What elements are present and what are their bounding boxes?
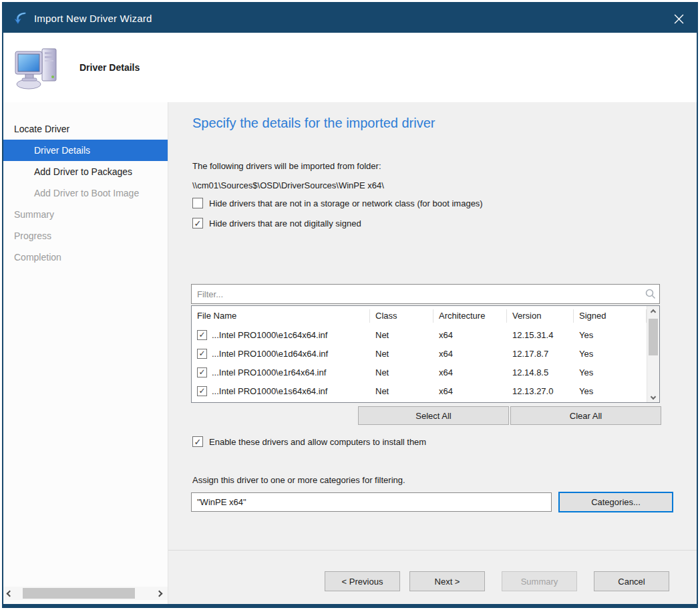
driver-table: File Name Class Architecture Version Sig… <box>191 305 660 403</box>
sidebar-item-add-driver-to-packages[interactable]: Add Driver to Packages <box>3 161 168 182</box>
column-header-file-name[interactable]: File Name <box>192 309 370 323</box>
table-row[interactable]: ...Intel PRO1000\e1r64x64.inf Net x64 12… <box>192 363 659 382</box>
scroll-left-icon[interactable] <box>3 587 15 600</box>
cell-architecture: x64 <box>433 349 507 359</box>
footer-divider <box>168 550 697 551</box>
sidebar-item-driver-details[interactable]: Driver Details <box>3 140 168 161</box>
cell-file-name: ...Intel PRO1000\e1d64x64.inf <box>212 349 328 359</box>
filter-input[interactable] <box>192 289 642 299</box>
sidebar-item-completion: Completion <box>3 247 168 268</box>
search-icon <box>642 285 659 303</box>
filter-box <box>191 284 660 304</box>
cell-class: Net <box>370 367 433 377</box>
folder-label: The following drivers will be imported f… <box>192 161 381 171</box>
cell-version: 12.13.27.0 <box>507 386 574 396</box>
cell-file-name: ...Intel PRO1000\e1r64x64.inf <box>212 367 326 377</box>
cell-file-name: ...Intel PRO1000\e1s64x64.inf <box>212 386 327 396</box>
hide-unsigned-checkbox[interactable] <box>192 218 203 228</box>
clear-all-button[interactable]: Clear All <box>510 406 661 425</box>
cell-version: 12.15.31.4 <box>507 330 574 340</box>
wizard-steps-sidebar: Locate Driver Driver Details Add Driver … <box>3 102 168 604</box>
cell-file-name: ...Intel PRO1000\e1c64x64.inf <box>212 330 327 340</box>
wizard-window: Import New Driver Wizard <box>2 2 698 608</box>
vertical-scroll-thumb[interactable] <box>649 319 658 355</box>
horizontal-scroll-thumb[interactable] <box>23 588 135 599</box>
table-row[interactable]: ...Intel PRO1000\e1s64x64.inf Net x64 12… <box>192 382 659 400</box>
scroll-up-icon[interactable] <box>647 306 659 317</box>
folder-path: \\cm01\Sources$\OSD\DriverSources\WinPE … <box>192 180 384 190</box>
row-checkbox[interactable] <box>197 386 207 396</box>
cell-class: Net <box>370 386 433 396</box>
cell-architecture: x64 <box>433 386 507 396</box>
close-icon[interactable] <box>670 10 687 27</box>
hide-storage-network-checkbox-row: Hide drivers that are not in a storage o… <box>192 198 483 208</box>
sidebar-item-summary: Summary <box>3 204 168 225</box>
column-header-architecture[interactable]: Architecture <box>433 309 507 323</box>
table-vertical-scrollbar[interactable] <box>647 306 659 402</box>
enable-drivers-checkbox[interactable] <box>192 436 203 447</box>
title-bar: Import New Driver Wizard <box>3 3 697 33</box>
window-title: Import New Driver Wizard <box>34 13 152 24</box>
cell-class: Net <box>370 349 433 359</box>
content-heading: Specify the details for the imported dri… <box>192 116 435 131</box>
previous-button[interactable]: < Previous <box>325 571 400 591</box>
sidebar-item-progress: Progress <box>3 225 168 247</box>
sidebar-item-locate-driver[interactable]: Locate Driver <box>3 118 168 140</box>
table-row[interactable]: ...Intel PRO1000\e1c64x64.inf Net x64 12… <box>192 325 659 344</box>
hide-storage-network-label: Hide drivers that are not in a storage o… <box>209 198 483 208</box>
cell-signed: Yes <box>574 367 647 377</box>
cell-signed: Yes <box>574 330 647 340</box>
row-checkbox[interactable] <box>197 330 207 340</box>
page-title: Driver Details <box>79 62 140 73</box>
row-checkbox[interactable] <box>197 349 207 359</box>
cancel-button[interactable]: Cancel <box>594 571 669 591</box>
cell-version: 12.14.8.5 <box>507 367 574 377</box>
wizard-header: Driver Details <box>3 33 697 102</box>
summary-button: Summary <box>502 571 577 591</box>
scroll-down-icon[interactable] <box>647 391 659 402</box>
column-header-version[interactable]: Version <box>507 309 574 323</box>
row-checkbox[interactable] <box>197 367 207 377</box>
column-header-signed[interactable]: Signed <box>574 309 647 323</box>
driver-table-header: File Name Class Architecture Version Sig… <box>192 306 659 325</box>
column-header-class[interactable]: Class <box>370 309 433 323</box>
cell-architecture: x64 <box>433 330 507 340</box>
select-all-button[interactable]: Select All <box>358 406 509 425</box>
sidebar-item-add-driver-to-boot-image: Add Driver to Boot Image <box>3 182 168 204</box>
next-button[interactable]: Next > <box>409 571 485 591</box>
categories-button[interactable]: Categories... <box>558 492 673 512</box>
cell-version: 12.17.8.7 <box>507 349 574 359</box>
cell-architecture: x64 <box>433 367 507 377</box>
cell-class: Net <box>370 330 433 340</box>
enable-drivers-checkbox-row: Enable these drivers and allow computers… <box>192 436 426 447</box>
scroll-right-icon[interactable] <box>153 587 165 600</box>
wizard-arrow-icon <box>13 11 27 25</box>
table-row[interactable]: ...Intel PRO1000\e1d64x64.inf Net x64 12… <box>192 344 659 363</box>
sidebar-horizontal-scrollbar[interactable] <box>3 587 168 600</box>
cell-signed: Yes <box>574 386 647 396</box>
cell-signed: Yes <box>574 349 647 359</box>
category-label: Assign this driver to one or more catego… <box>192 475 405 485</box>
category-input[interactable] <box>191 492 552 512</box>
computer-icon <box>14 45 61 90</box>
hide-unsigned-checkbox-row: Hide drivers that are not digitally sign… <box>192 218 361 228</box>
wizard-content: Specify the details for the imported dri… <box>168 102 697 604</box>
enable-drivers-label: Enable these drivers and allow computers… <box>209 437 426 447</box>
hide-unsigned-label: Hide drivers that are not digitally sign… <box>209 218 361 228</box>
hide-storage-network-checkbox[interactable] <box>192 198 203 208</box>
